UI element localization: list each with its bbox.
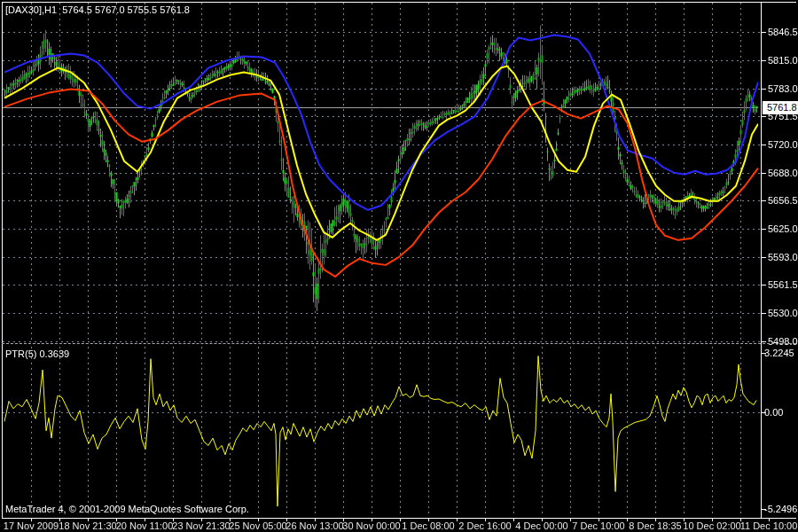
price-axis-label: 5783.0	[768, 82, 798, 95]
current-price-badge: 5761.8	[763, 101, 798, 114]
time-axis-label: 4 Dec 00:00	[509, 520, 575, 532]
time-axis-label: 11 Dec 10:00	[736, 520, 798, 532]
price-axis-label: 5593.0	[768, 251, 798, 263]
time-axis-label: 25 Nov 05:00	[225, 520, 291, 532]
indicator-axis-label: 0.00	[764, 406, 783, 419]
price-axis-label: 5846.5	[768, 26, 798, 38]
chart-title: [DAX30],H1 5764.5 5767.0 5755.5 5761.8	[5, 4, 190, 16]
time-axis-label: 18 Nov 21:30	[55, 520, 121, 532]
copyright-text: MetaTrader 4, © 2001-2009 MetaQuotes Sof…	[5, 503, 249, 515]
price-axis-label: 5688.0	[768, 167, 798, 179]
price-axis-label: 5656.5	[768, 194, 798, 207]
indicator-axis-label: -5.2496	[764, 503, 797, 515]
panel-splitter[interactable]	[2, 343, 796, 346]
price-axis-label: 5720.0	[768, 138, 798, 151]
price-axis-label: 5561.5	[768, 278, 798, 291]
time-axis-label: 10 Dec 02:00	[679, 520, 745, 532]
time-axis-label: 8 Dec 18:35	[622, 520, 688, 532]
time-axis-label: 7 Dec 10:00	[566, 520, 631, 532]
price-axis-label: 5625.0	[768, 223, 798, 235]
time-axis-label: 2 Dec 16:00	[452, 520, 518, 532]
time-axis-label: 20 Nov 11:00	[112, 520, 177, 532]
price-axis-label: 5815.0	[768, 54, 798, 66]
indicator-axis-label: 3.2245	[764, 347, 794, 359]
time-axis-label: 1 Dec 08:00	[395, 520, 461, 532]
indicator-label: PTR(5) 0.3639	[5, 348, 69, 360]
chart-canvas[interactable]	[0, 0, 798, 532]
time-axis-label: 30 Nov 00:00	[339, 520, 404, 532]
time-axis-label: 23 Nov 21:30	[168, 520, 234, 532]
mt4-chart-window: [DAX30],H1 5764.5 5767.0 5755.5 5761.8 P…	[0, 0, 798, 532]
price-axis-label: 5530.0	[768, 307, 798, 319]
time-axis-label: 26 Nov 13:00	[282, 520, 348, 532]
